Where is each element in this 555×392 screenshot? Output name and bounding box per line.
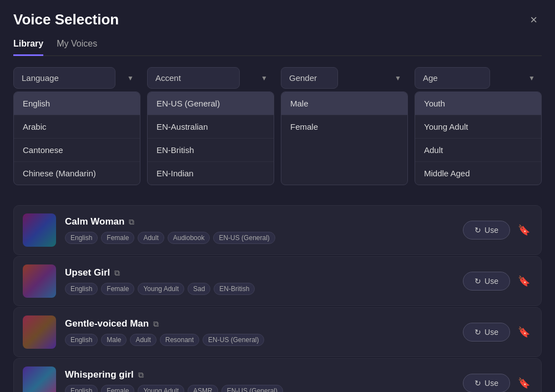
modal-header: Voice Selection × (13, 11, 542, 28)
tab-my-voices[interactable]: My Voices (57, 39, 97, 56)
age-option-middle-aged[interactable]: Middle Aged (415, 162, 541, 185)
refresh-icon-calm-woman: ↻ (475, 226, 481, 235)
accent-dropdown-list: EN-US (General) EN-Australian EN-British… (147, 91, 274, 185)
refresh-icon-whispering-girl: ↻ (475, 379, 481, 388)
voice-name-row-whispering-girl: Whispering girl ⧉ (65, 369, 454, 380)
bookmark-button-whispering-girl[interactable]: 🔖 (516, 375, 532, 391)
use-button-whispering-girl[interactable]: ↻ Use (463, 374, 510, 392)
bookmark-button-gentle-man[interactable]: 🔖 (516, 324, 532, 340)
tag-whispering-girl-4: EN-US (General) (221, 385, 283, 392)
gender-dropdown-list: Male Female (281, 91, 408, 185)
voice-card-upset-girl: Upset Girl ⧉ English Female Young Adult … (13, 256, 542, 306)
tag-gentle-man-2: Adult (130, 334, 156, 346)
language-dropdown-list: English Arabic Cantonese Chinese (Mandar… (13, 91, 140, 185)
use-button-upset-girl[interactable]: ↻ Use (463, 272, 510, 291)
age-filter-wrapper: Age Youth Young Adult Adult Middle Aged … (415, 67, 542, 89)
gender-option-female[interactable]: Female (281, 115, 407, 138)
voice-avatar-whispering-girl (23, 366, 56, 392)
tag-whispering-girl-3: ASMR (188, 385, 218, 392)
refresh-icon-upset-girl: ↻ (475, 277, 481, 286)
copy-icon-whispering-girl[interactable]: ⧉ (138, 370, 144, 380)
gender-select[interactable]: Gender Male Female (281, 67, 338, 89)
gender-option-male[interactable]: Male (281, 92, 407, 115)
tag-upset-girl-0: English (65, 283, 98, 295)
tag-upset-girl-2: Young Adult (138, 283, 184, 295)
bookmark-button-upset-girl[interactable]: 🔖 (516, 273, 532, 289)
voice-tags-upset-girl: English Female Young Adult Sad EN-Britis… (65, 283, 454, 295)
voice-tags-whispering-girl: English Female Young Adult ASMR EN-US (G… (65, 385, 454, 392)
tag-gentle-man-4: EN-US (General) (203, 334, 264, 346)
voice-tags-calm-woman: English Female Adult Audiobook EN-US (Ge… (65, 232, 454, 244)
tag-upset-girl-4: EN-British (214, 283, 255, 295)
copy-icon-upset-girl[interactable]: ⧉ (114, 268, 120, 278)
bookmark-button-calm-woman[interactable]: 🔖 (516, 222, 532, 238)
voice-name-row-calm-woman: Calm Woman ⧉ (65, 216, 454, 227)
language-select[interactable]: Language English Arabic Cantonese Chines… (13, 67, 115, 89)
age-dropdown-list: Youth Young Adult Adult Middle Aged (415, 91, 542, 185)
use-button-gentle-man[interactable]: ↻ Use (463, 323, 510, 342)
open-dropdowns: English Arabic Cantonese Chinese (Mandar… (13, 91, 542, 185)
voice-info-upset-girl: Upset Girl ⧉ English Female Young Adult … (65, 267, 454, 295)
copy-icon-calm-woman[interactable]: ⧉ (129, 217, 134, 227)
language-option-cantonese[interactable]: Cantonese (14, 139, 140, 162)
accent-option-en-in[interactable]: EN-Indian (148, 162, 274, 185)
tag-calm-woman-4: EN-US (General) (213, 232, 275, 244)
tab-library[interactable]: Library (13, 39, 43, 56)
language-option-arabic[interactable]: Arabic (14, 115, 140, 139)
voice-name-whispering-girl: Whispering girl (65, 369, 134, 380)
voice-card-whispering-girl: Whispering girl ⧉ English Female Young A… (13, 358, 542, 392)
accent-option-en-au[interactable]: EN-Australian (148, 115, 274, 139)
accent-arrow-icon: ▼ (261, 74, 268, 82)
use-label-gentle-man: Use (485, 328, 498, 337)
voice-list: Calm Woman ⧉ English Female Adult Audiob… (13, 205, 542, 392)
voice-card-gentle-man: Gentle-voiced Man ⧉ English Male Adult R… (13, 307, 542, 357)
voice-info-whispering-girl: Whispering girl ⧉ English Female Young A… (65, 369, 454, 392)
accent-filter-wrapper: Accent EN-US (General) EN-Australian EN-… (147, 67, 274, 89)
use-button-calm-woman[interactable]: ↻ Use (463, 221, 510, 240)
age-arrow-icon: ▼ (528, 74, 535, 82)
voice-name-gentle-man: Gentle-voiced Man (65, 318, 149, 329)
voice-avatar-calm-woman (23, 213, 56, 247)
age-option-youth[interactable]: Youth (415, 92, 541, 115)
age-select[interactable]: Age Youth Young Adult Adult Middle Aged (415, 67, 490, 89)
gender-arrow-icon: ▼ (395, 74, 401, 82)
close-button[interactable]: × (526, 12, 542, 28)
use-label-calm-woman: Use (485, 226, 498, 235)
filters-container: Language English Arabic Cantonese Chines… (13, 67, 542, 89)
tag-gentle-man-0: English (65, 334, 98, 346)
tag-calm-woman-3: Audiobook (168, 232, 210, 244)
language-option-english[interactable]: English (14, 92, 140, 115)
language-option-chinese[interactable]: Chinese (Mandarin) (14, 162, 140, 185)
tag-upset-girl-1: Female (101, 283, 134, 295)
voice-name-row-upset-girl: Upset Girl ⧉ (65, 267, 454, 278)
voice-tags-gentle-man: English Male Adult Resonant EN-US (Gener… (65, 334, 454, 346)
use-label-upset-girl: Use (485, 277, 498, 286)
voice-actions-whispering-girl: ↻ Use 🔖 (463, 374, 532, 392)
tag-upset-girl-3: Sad (188, 283, 210, 295)
modal-title: Voice Selection (13, 11, 119, 28)
tag-whispering-girl-2: Young Adult (138, 385, 184, 392)
accent-option-en-us[interactable]: EN-US (General) (148, 92, 274, 115)
tabs-container: Library My Voices (13, 38, 542, 56)
voice-info-gentle-man: Gentle-voiced Man ⧉ English Male Adult R… (65, 318, 454, 346)
accent-select[interactable]: Accent EN-US (General) EN-Australian EN-… (147, 67, 240, 89)
voice-name-upset-girl: Upset Girl (65, 267, 110, 278)
tag-calm-woman-1: Female (101, 232, 134, 244)
voice-name-row-gentle-man: Gentle-voiced Man ⧉ (65, 318, 454, 329)
voice-selection-modal: Voice Selection × Library My Voices Lang… (0, 0, 555, 392)
voice-card-calm-woman: Calm Woman ⧉ English Female Adult Audiob… (13, 205, 542, 255)
tag-whispering-girl-1: Female (101, 385, 134, 392)
voice-actions-gentle-man: ↻ Use 🔖 (463, 323, 532, 342)
language-arrow-icon: ▼ (127, 74, 134, 82)
voice-info-calm-woman: Calm Woman ⧉ English Female Adult Audiob… (65, 216, 454, 244)
tag-whispering-girl-0: English (65, 385, 98, 392)
gender-filter-wrapper: Gender Male Female ▼ (281, 67, 408, 89)
voice-actions-calm-woman: ↻ Use 🔖 (463, 221, 532, 240)
copy-icon-gentle-man[interactable]: ⧉ (153, 319, 159, 329)
age-option-adult[interactable]: Adult (415, 139, 541, 162)
accent-option-en-gb[interactable]: EN-British (148, 139, 274, 162)
use-label-whispering-girl: Use (485, 379, 498, 388)
age-option-young-adult[interactable]: Young Adult (415, 115, 541, 139)
tag-calm-woman-2: Adult (138, 232, 164, 244)
tag-gentle-man-1: Male (101, 334, 127, 346)
